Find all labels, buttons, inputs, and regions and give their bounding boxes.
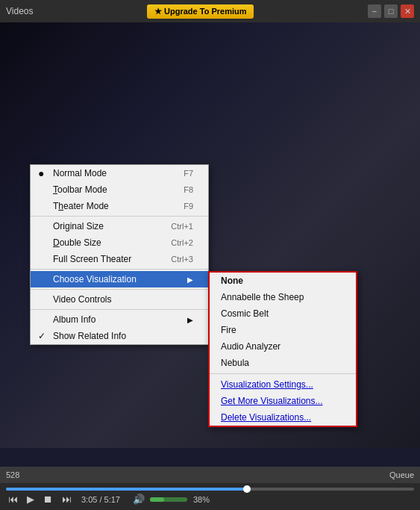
viz-annabelle[interactable]: Annabelle the Sheep bbox=[210, 289, 356, 305]
shortcut-label: F9 bbox=[184, 202, 193, 211]
next-button[interactable]: ⏭ bbox=[60, 494, 74, 505]
controls-row: ⏮ ▶ ⏹ ⏭ 3:05 / 5:17 🔊 38% bbox=[0, 491, 420, 505]
menu-label: Normal Mode bbox=[53, 168, 107, 178]
submenu-arrow-icon: ▶ bbox=[187, 276, 193, 284]
video-area: ● Normal Mode F7 Toolbar Mode F8 Theater… bbox=[0, 22, 420, 448]
viz-label: Fire bbox=[221, 325, 236, 335]
menu-label: Full Screen Theater bbox=[53, 254, 131, 264]
bullet-icon: ● bbox=[38, 167, 44, 179]
close-button[interactable]: ✕ bbox=[401, 4, 414, 18]
volume-area: 🔊 38% bbox=[131, 494, 210, 505]
viz-delete[interactable]: Delete Visualizations... bbox=[210, 409, 356, 426]
title-bar: Videos ★ Upgrade To Premium − □ ✕ bbox=[0, 0, 420, 22]
window-controls: − □ ✕ bbox=[368, 4, 414, 18]
menu-item-album-info[interactable]: Album Info ▶ bbox=[31, 311, 208, 328]
viz-label: Audio Analyzer bbox=[221, 341, 280, 352]
viz-label: Annabelle the Sheep bbox=[221, 292, 304, 302]
menu-item-theater-mode[interactable]: Theater Mode F9 bbox=[31, 198, 208, 214]
viz-label: Nebula bbox=[221, 358, 249, 368]
separator bbox=[31, 269, 208, 270]
shortcut-label: Ctrl+2 bbox=[171, 238, 193, 247]
viz-fire[interactable]: Fire bbox=[210, 322, 356, 338]
progress-fill bbox=[6, 488, 247, 491]
viz-label: Get More Visualizations... bbox=[221, 396, 323, 406]
menu-item-toolbar-mode[interactable]: Toolbar Mode F8 bbox=[31, 181, 208, 198]
separator bbox=[210, 373, 356, 374]
viz-nebula[interactable]: Nebula bbox=[210, 355, 356, 371]
shortcut-label: F8 bbox=[184, 185, 193, 194]
restore-button[interactable]: □ bbox=[384, 4, 398, 18]
volume-pct: 38% bbox=[193, 495, 210, 504]
separator bbox=[31, 216, 208, 217]
separator bbox=[31, 289, 208, 290]
progress-area[interactable] bbox=[0, 483, 420, 491]
menu-item-fullscreen[interactable]: Full Screen Theater Ctrl+3 bbox=[31, 251, 208, 267]
minimize-button[interactable]: − bbox=[368, 4, 381, 18]
status-text: 528 bbox=[6, 470, 19, 479]
viz-settings[interactable]: Visualization Settings... bbox=[210, 376, 356, 393]
menu-label: Choose Visualization bbox=[53, 274, 137, 284]
menu-label: Album Info bbox=[53, 314, 95, 325]
time-display: 3:05 / 5:17 bbox=[81, 495, 120, 504]
menu-label: Double Size bbox=[53, 237, 101, 248]
context-menu: ● Normal Mode F7 Toolbar Mode F8 Theater… bbox=[30, 164, 209, 345]
bottom-bar: 528 Queue ⏮ ▶ ⏹ ⏭ 3:05 / 5:17 🔊 38% bbox=[0, 467, 420, 510]
play-button[interactable]: ▶ bbox=[25, 494, 37, 505]
submenu-arrow-icon: ▶ bbox=[187, 316, 193, 324]
viz-label: Cosmic Belt bbox=[221, 308, 269, 319]
menu-label: Video Controls bbox=[53, 294, 112, 305]
viz-label: Delete Visualizations... bbox=[221, 412, 311, 423]
stop-button[interactable]: ⏹ bbox=[41, 494, 55, 505]
progress-handle[interactable] bbox=[243, 485, 251, 493]
upgrade-button[interactable]: ★ Upgrade To Premium bbox=[147, 4, 254, 19]
menu-item-normal-mode[interactable]: ● Normal Mode F7 bbox=[31, 165, 208, 181]
shortcut-label: Ctrl+1 bbox=[171, 222, 193, 231]
menu-item-video-controls[interactable]: Video Controls bbox=[31, 291, 208, 308]
menu-label: Toolbar Mode bbox=[53, 184, 107, 195]
menu-label: Show Related Info bbox=[53, 331, 126, 341]
viz-cosmic[interactable]: Cosmic Belt bbox=[210, 305, 356, 322]
shortcut-label: Ctrl+3 bbox=[171, 255, 193, 264]
progress-bar[interactable] bbox=[6, 488, 414, 491]
separator bbox=[31, 309, 208, 310]
viz-get-more[interactable]: Get More Visualizations... bbox=[210, 393, 356, 409]
app-title: Videos bbox=[6, 6, 33, 16]
menu-label: Original Size bbox=[53, 221, 104, 231]
viz-label: Visualization Settings... bbox=[221, 379, 313, 390]
menu-item-choose-visualization[interactable]: Choose Visualization ▶ None Annabelle th… bbox=[31, 271, 208, 287]
viz-audio-analyzer[interactable]: Audio Analyzer bbox=[210, 338, 356, 355]
menu-item-double-size[interactable]: Double Size Ctrl+2 bbox=[31, 234, 208, 251]
status-bar: 528 Queue bbox=[0, 467, 420, 483]
shortcut-label: F7 bbox=[184, 169, 193, 178]
prev-button[interactable]: ⏮ bbox=[6, 494, 20, 505]
volume-bar[interactable] bbox=[150, 497, 187, 502]
viz-label: None bbox=[221, 276, 243, 286]
queue-label: Queue bbox=[389, 470, 414, 479]
visualization-submenu: None Annabelle the Sheep Cosmic Belt Fir… bbox=[208, 271, 357, 427]
menu-label: Theater Mode bbox=[53, 201, 109, 211]
menu-item-original-size[interactable]: Original Size Ctrl+1 bbox=[31, 218, 208, 234]
checkmark-icon: ✓ bbox=[38, 331, 46, 341]
volume-fill bbox=[150, 497, 164, 502]
menu-item-show-related[interactable]: ✓ Show Related Info bbox=[31, 328, 208, 344]
volume-icon[interactable]: 🔊 bbox=[131, 494, 147, 505]
viz-none[interactable]: None bbox=[210, 273, 356, 289]
